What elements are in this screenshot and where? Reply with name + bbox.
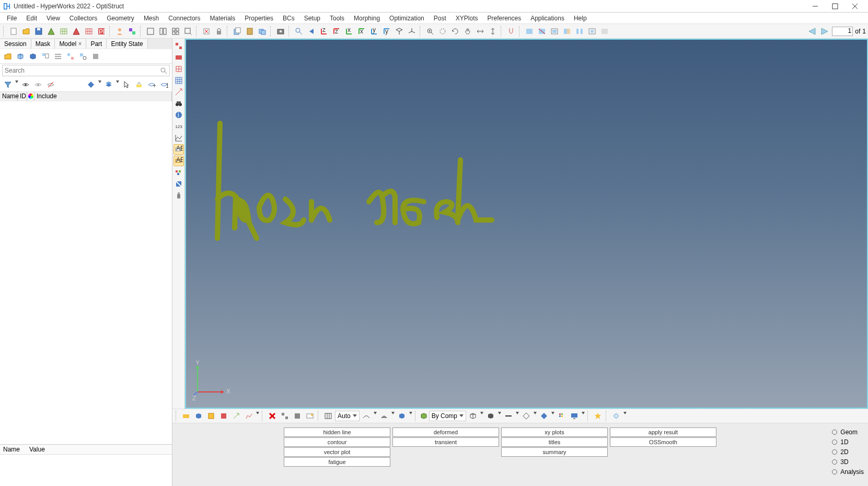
menu-preferences[interactable]: Preferences: [482, 14, 526, 23]
menu-materials[interactable]: Materials: [205, 14, 240, 23]
layers-dropdown[interactable]: [115, 79, 120, 90]
cube-table-icon[interactable]: [40, 51, 51, 62]
bt-assem-icon[interactable]: [193, 410, 204, 422]
bt-monitor-icon[interactable]: [569, 410, 580, 422]
paste-page-icon[interactable]: [244, 26, 256, 37]
menu-applications[interactable]: Applications: [526, 14, 569, 23]
vtb-123-icon[interactable]: 123: [173, 121, 184, 132]
filter-1-dropdown[interactable]: [15, 79, 19, 90]
tab-session[interactable]: Session: [0, 39, 31, 49]
menu-optimization[interactable]: Optimization: [385, 14, 429, 23]
page-radio-geom[interactable]: Geom: [832, 427, 864, 437]
panel-fatigue[interactable]: fatigue: [284, 457, 390, 467]
menu-view[interactable]: View: [42, 14, 65, 23]
utility-menu-icon[interactable]: [126, 26, 138, 37]
bt-cube-icon[interactable]: [396, 410, 408, 422]
yz-rear-icon[interactable]: y: [381, 26, 392, 37]
delete-page-icon[interactable]: [201, 26, 212, 37]
props-header-name[interactable]: Name: [0, 445, 26, 454]
rotate-icon[interactable]: [449, 26, 461, 37]
mask-3-icon[interactable]: [549, 26, 560, 37]
vtb-components-icon[interactable]: [173, 52, 184, 63]
vtb-vectors-icon[interactable]: [173, 87, 184, 97]
take-screenshot-icon[interactable]: [275, 26, 286, 37]
auto-color-dropdown[interactable]: Auto: [335, 411, 360, 421]
mask-5-icon[interactable]: [574, 26, 585, 37]
menu-bcs[interactable]: BCs: [278, 14, 299, 23]
show-hide-1-icon[interactable]: [20, 79, 31, 90]
bt-diamond-dd[interactable]: [533, 410, 537, 422]
mask-2-icon[interactable]: [536, 26, 548, 37]
menu-mesh[interactable]: Mesh: [139, 14, 164, 23]
bt-gear-icon[interactable]: [610, 410, 622, 422]
ppt-icon[interactable]: PPT: [96, 26, 107, 37]
arrows-lr-icon[interactable]: [474, 26, 486, 37]
search-input[interactable]: [5, 67, 160, 74]
diamond-dropdown[interactable]: [98, 79, 102, 90]
maximize-button[interactable]: [825, 0, 845, 13]
show-hide-3-icon[interactable]: [45, 79, 56, 90]
cube-gray-icon[interactable]: [90, 51, 101, 62]
3d-viewport[interactable]: X Y Z: [185, 39, 868, 409]
page-layout-1-icon[interactable]: [145, 26, 156, 37]
minimize-button[interactable]: [805, 0, 825, 13]
cube-1-icon[interactable]: [15, 51, 26, 62]
bt-card-icon[interactable]: [304, 410, 316, 422]
vtb-section-icon[interactable]: [173, 179, 184, 189]
vtb-bottle-icon[interactable]: [173, 190, 184, 201]
search-icon[interactable]: [160, 67, 167, 74]
previous-view-icon[interactable]: [306, 26, 317, 37]
layers-icon[interactable]: [103, 79, 114, 90]
props-header-value[interactable]: Value: [26, 445, 52, 454]
panel-hidden-line[interactable]: hidden line: [284, 427, 390, 437]
bt-surf-shade-icon[interactable]: [378, 410, 390, 422]
cube-group-icon[interactable]: [65, 51, 76, 62]
page-prev-icon[interactable]: [807, 27, 817, 36]
highlight-icon[interactable]: [133, 79, 145, 90]
bt-edge-dd[interactable]: [515, 410, 519, 422]
folder-icon[interactable]: [2, 51, 14, 62]
bt-gear-dd[interactable]: [623, 410, 627, 422]
open-button[interactable]: [20, 26, 32, 37]
mask-1-icon[interactable]: [524, 26, 535, 37]
vtb-assembly-icon[interactable]: [173, 41, 184, 51]
bt-shade-cube-dd[interactable]: [497, 410, 502, 422]
panel-apply-result[interactable]: apply result: [610, 427, 716, 437]
export-fe-icon[interactable]: [83, 26, 95, 37]
page-layout-dropdown[interactable]: [182, 26, 194, 37]
tab-entity-state[interactable]: Entity State: [107, 39, 147, 49]
export-geometry-icon[interactable]: [71, 26, 82, 37]
bt-diamond-fill-icon[interactable]: [538, 410, 550, 422]
vtb-systems-icon[interactable]: [173, 75, 184, 86]
page-radio-1d[interactable]: 1D: [832, 437, 864, 447]
eye-toggle-icon[interactable]: +/-: [146, 79, 157, 90]
sync-windows-icon[interactable]: [257, 26, 268, 37]
page-next-icon[interactable]: [819, 27, 830, 36]
list-view-icon[interactable]: [52, 51, 64, 62]
new-button[interactable]: [8, 26, 19, 37]
iso-view-icon[interactable]: [394, 26, 405, 37]
import-fe-icon[interactable]: [58, 26, 70, 37]
menu-morphing[interactable]: Morphing: [349, 14, 385, 23]
ortho-proj-icon[interactable]: [505, 26, 517, 37]
menu-help[interactable]: Help: [569, 14, 592, 23]
user-profile-icon[interactable]: [114, 26, 125, 37]
xz-left-icon[interactable]: x: [343, 26, 355, 37]
page-layout-4-icon[interactable]: [170, 26, 181, 37]
fit-icon[interactable]: [293, 26, 305, 37]
vtb-tag-1-icon[interactable]: ABC: [173, 144, 184, 155]
cursor-icon[interactable]: [121, 79, 132, 90]
menu-setup[interactable]: Setup: [299, 14, 325, 23]
bycomp-dropdown[interactable]: By Comp: [429, 411, 466, 421]
import-geometry-icon[interactable]: [45, 26, 57, 37]
bt-system-icon[interactable]: [218, 410, 229, 422]
bt-monitor-dd[interactable]: [581, 410, 585, 422]
cube-2-icon[interactable]: [27, 51, 39, 62]
panel-deformed[interactable]: deformed: [392, 427, 499, 437]
vtb-binoculars-icon[interactable]: [173, 98, 184, 109]
panel-contour[interactable]: contour: [284, 437, 390, 447]
menu-xyplots[interactable]: XYPlots: [451, 14, 483, 23]
tree-header-id[interactable]: ID: [18, 92, 27, 101]
vtb-graph-icon[interactable]: [173, 133, 184, 143]
mask-6-icon[interactable]: [586, 26, 598, 37]
